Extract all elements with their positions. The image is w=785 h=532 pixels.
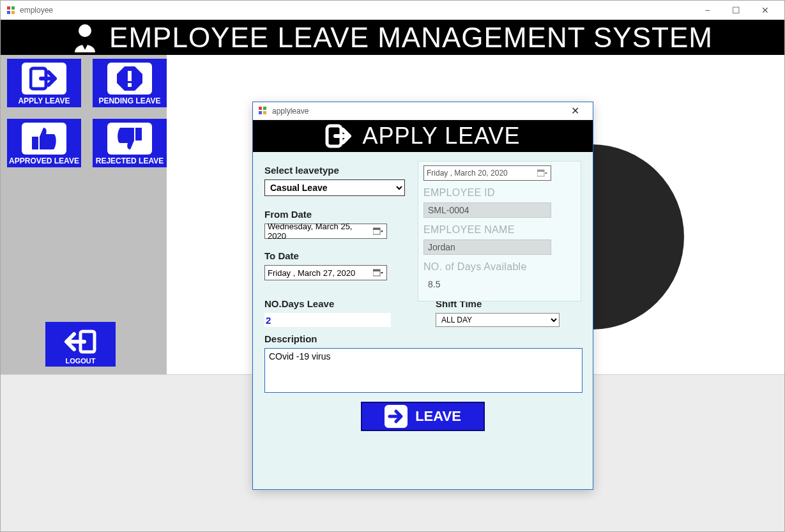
from-date-value: Wednesday, March 25, 2020	[268, 222, 372, 241]
shift-select[interactable]: ALL DAY	[436, 313, 560, 327]
form-right: Friday , March 20, 2020 EMPLOYEE ID SML-…	[418, 161, 581, 301]
window-icon	[6, 5, 16, 15]
to-date-label: To Date	[264, 250, 405, 261]
svg-rect-0	[7, 6, 10, 10]
svg-rect-3	[11, 11, 15, 14]
arrow-right-box-icon	[385, 405, 408, 428]
close-button[interactable]: ✕	[751, 1, 779, 20]
svg-rect-10	[135, 128, 142, 141]
employee-id-field: SML-0004	[423, 202, 551, 218]
from-date-label: From Date	[264, 209, 405, 220]
thumbs-up-icon	[22, 123, 66, 155]
modal-titlebar: applyleave ✕	[253, 102, 593, 120]
svg-rect-8	[128, 83, 132, 87]
apply-leave-button[interactable]: APPLY LEAVE	[7, 59, 81, 107]
nav-label: APPLY LEAVE	[18, 96, 70, 105]
modal-close-button[interactable]: ✕	[562, 102, 588, 120]
svg-rect-20	[373, 270, 380, 271]
window-icon	[258, 106, 268, 116]
nav-label: LOGOUT	[65, 357, 95, 365]
arrow-right-box-icon	[22, 63, 66, 95]
form-left: Select leavetype Casual Leave From Date …	[264, 165, 405, 280]
svg-rect-18	[373, 228, 380, 230]
description-textarea[interactable]: COvid -19 virus	[264, 348, 583, 393]
alert-octagon-icon	[107, 63, 152, 95]
calendar-dropdown-icon	[372, 225, 384, 237]
svg-point-4	[79, 24, 91, 37]
outer-titlebar: employee − ☐ ✕	[1, 1, 784, 20]
from-date-picker[interactable]: Wednesday, March 25, 2020	[264, 224, 387, 239]
leavetype-select[interactable]: Casual Leave	[264, 179, 405, 196]
minimize-button[interactable]: −	[693, 1, 722, 20]
arrow-left-box-icon	[45, 326, 116, 357]
leavetype-label: Select leavetype	[264, 165, 405, 176]
submit-leave-label: LEAVE	[415, 408, 461, 425]
modal-title: applyleave	[272, 107, 309, 116]
days-available-value: 8.5	[423, 277, 551, 292]
main-banner: EMPLOYEE LEAVE MANAGEMENT SYSTEM	[1, 20, 784, 55]
pending-leave-button[interactable]: PENDING LEAVE	[93, 59, 167, 107]
main-banner-title: EMPLOYEE LEAVE MANAGEMENT SYSTEM	[109, 22, 713, 54]
today-date-value: Friday , March 20, 2020	[427, 169, 537, 178]
sidebar: APPLY LEAVE PENDING LEAVE APPROVED LEAVE	[1, 55, 167, 374]
submit-leave-button[interactable]: LEAVE	[361, 402, 485, 431]
apply-leave-modal: applyleave ✕ APPLY LEAVE Select leavetyp…	[252, 102, 593, 490]
employee-name-label: EMPLOYEE NAME	[423, 224, 575, 236]
svg-rect-9	[32, 137, 38, 149]
svg-rect-12	[259, 107, 262, 110]
svg-rect-15	[263, 111, 266, 114]
logout-button[interactable]: LOGOUT	[45, 322, 116, 367]
approved-leave-button[interactable]: APPROVED LEAVE	[7, 119, 81, 167]
to-date-value: Friday , March 27, 2020	[268, 268, 372, 278]
employee-id-label: EMPLOYEE ID	[423, 187, 575, 199]
calendar-dropdown-icon	[537, 167, 548, 179]
maximize-button[interactable]: ☐	[722, 1, 751, 20]
today-date-picker[interactable]: Friday , March 20, 2020	[423, 165, 551, 181]
svg-rect-13	[263, 107, 266, 110]
svg-rect-7	[128, 71, 132, 81]
svg-rect-14	[259, 111, 262, 114]
modal-banner: APPLY LEAVE	[253, 120, 593, 152]
employee-window: employee − ☐ ✕ EMPLOYEE LEAVE MANAGEMENT…	[0, 0, 785, 532]
to-date-picker[interactable]: Friday , March 27, 2020	[264, 265, 387, 280]
ndays-field[interactable]	[264, 313, 391, 327]
svg-rect-1	[11, 6, 15, 10]
description-label: Description	[264, 333, 581, 344]
window-title: employee	[20, 6, 53, 15]
calendar-dropdown-icon	[372, 267, 384, 278]
ndays-label: NO.Days Leave	[264, 298, 410, 309]
thumbs-down-icon	[107, 123, 152, 155]
nav-label: PENDING LEAVE	[98, 96, 160, 105]
nav-label: REJECTED LEAVE	[96, 156, 164, 165]
nav-label: APPROVED LEAVE	[9, 156, 79, 165]
employee-name-field: Jordan	[423, 239, 551, 255]
person-suit-icon	[72, 23, 98, 52]
modal-body: Select leavetype Casual Leave From Date …	[253, 152, 593, 489]
modal-banner-title: APPLY LEAVE	[362, 123, 520, 149]
rejected-leave-button[interactable]: REJECTED LEAVE	[93, 119, 167, 167]
arrow-right-box-icon	[325, 123, 353, 149]
days-available-label: NO. of Days Available	[423, 261, 575, 273]
svg-rect-22	[537, 170, 544, 172]
svg-rect-2	[7, 11, 10, 14]
